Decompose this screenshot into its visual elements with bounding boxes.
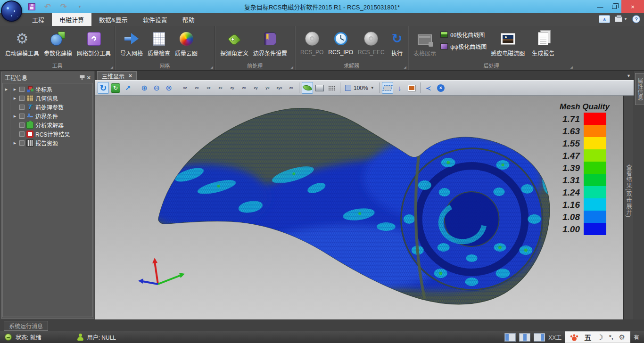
tab-project[interactable]: 工程 (25, 13, 52, 26)
punctuation-icon[interactable]: °, (609, 334, 613, 341)
tree-item-analysis-solver[interactable]: 分析求解器 (3, 121, 92, 130)
expander-icon[interactable]: ▶ (3, 85, 10, 94)
tree-item-preprocess-params[interactable]: T 前处理参数 (3, 103, 92, 112)
zoom-window-button[interactable]: ⊚ (163, 82, 174, 94)
group-expand-icon[interactable]: ◢ (570, 65, 573, 69)
expander-icon[interactable]: ▶ (12, 88, 17, 91)
ime-toolbar[interactable]: 五 ☽ °, ⚙ (565, 331, 630, 343)
app-logo[interactable] (1, 0, 22, 22)
solver-rcs-ipo-button[interactable]: RCS_IPO (326, 29, 355, 57)
pin-icon[interactable] (80, 74, 84, 81)
tree-item-geometry-info[interactable]: ▶ 几何信息 (3, 94, 92, 103)
probe-angle-button[interactable]: 探测角定义 (218, 29, 251, 58)
launch-modeling-tool-button[interactable]: ⚙ 启动建模工具 (3, 29, 41, 58)
import-mesh-button[interactable]: 导入网格 (118, 29, 145, 58)
view-xz2-button[interactable]: xz (203, 82, 214, 93)
system-message-tab[interactable]: 系统运行消息 (4, 321, 48, 331)
tree-item-coordinate-system[interactable]: ▶ ▶ 坐标系 (3, 85, 92, 94)
solver-rcs-eec-button[interactable]: RCS_EEC (355, 29, 387, 57)
layout-left-button[interactable] (504, 333, 516, 342)
minimize-button[interactable]: — (593, 0, 607, 13)
checkbox[interactable] (19, 87, 25, 92)
checkbox[interactable] (19, 131, 25, 137)
restore-button[interactable] (607, 0, 621, 13)
share-button[interactable]: ≺ (423, 82, 434, 94)
close-button[interactable]: × (621, 0, 644, 13)
view-results-strip[interactable]: 查看结果(双击展开) (623, 96, 634, 319)
view-xz-button[interactable]: xz (180, 82, 190, 93)
parametric-modeling-button[interactable]: 参数化建模 (41, 29, 74, 58)
paw-icon[interactable] (570, 334, 578, 341)
group-expand-icon[interactable]: ◢ (211, 65, 213, 69)
checkbox[interactable] (19, 122, 25, 128)
tab-em-computation[interactable]: 电磁计算 (52, 13, 91, 26)
expander-icon[interactable]: ▶ (12, 141, 17, 145)
ime-settings-gear-icon[interactable]: ⚙ (619, 334, 625, 341)
tab-3d-display[interactable]: 三维显示 × (97, 71, 137, 80)
rotate-button[interactable]: ↻ (98, 82, 109, 94)
view-zx4-button[interactable]: zx (286, 82, 297, 93)
ime-mode-label[interactable]: 五 (584, 332, 591, 342)
view-zy2-button[interactable]: zy (250, 82, 261, 93)
table-display-button[interactable]: 表格展示 (411, 29, 438, 58)
solver-rcs-po-button[interactable]: RCS_PO (298, 29, 326, 57)
moon-icon[interactable]: ☽ (597, 334, 603, 341)
quality-cloud-button[interactable]: 质量云图 (173, 29, 200, 58)
property-info-tab[interactable]: 属性信息 (635, 73, 644, 105)
panel-close-icon[interactable]: × (87, 74, 91, 81)
execute-button[interactable]: ↻ 执行 (389, 29, 405, 58)
legend-row: 1.63 (557, 125, 612, 137)
zoom-in-button[interactable]: ⊕ (139, 82, 150, 94)
checkbox[interactable] (19, 96, 25, 101)
checkbox[interactable] (19, 140, 25, 146)
screenshot-button[interactable] (406, 82, 418, 94)
tree-item-report-resources[interactable]: ▶ 报告资源 (3, 139, 92, 147)
mesh-partition-tool-button[interactable]: 网格剖分工具 (74, 29, 113, 58)
menu-bar: 工程 电磁计算 数据&显示 软件设置 帮助 (0, 13, 644, 26)
legend-color-swatch (584, 137, 606, 149)
view-zy-button[interactable]: zy (227, 82, 238, 93)
shaded-view-button[interactable] (302, 82, 313, 94)
checkbox[interactable] (19, 114, 25, 119)
tab-software-settings[interactable]: 软件设置 (135, 13, 175, 26)
psi-polarization-button[interactable]: ψψ极化曲线图 (440, 42, 487, 50)
theta-polarization-button[interactable]: θθ极化曲线图 (440, 31, 487, 39)
fit-view-button[interactable]: ↻ (110, 82, 121, 94)
zoom-level-control[interactable]: 100% ▼ (343, 85, 377, 91)
zoom-out-button[interactable]: ⊖ (151, 82, 162, 94)
tab-close-icon[interactable]: × (129, 73, 132, 79)
help-button[interactable]: ? (632, 15, 640, 23)
group-expand-icon[interactable]: ◢ (291, 65, 293, 69)
view-zx2-button[interactable]: zx (215, 82, 226, 93)
quality-check-button[interactable]: 质量检查 (145, 29, 173, 58)
tab-data-display[interactable]: 数据&显示 (91, 13, 135, 26)
collapse-ribbon-button[interactable]: ∧ (599, 15, 610, 23)
surface-view-button[interactable] (314, 82, 325, 94)
checkbox[interactable] (19, 105, 25, 110)
view-yx-button[interactable]: yx (262, 82, 273, 93)
viewport-3d[interactable]: Mesh Quality 1.71 1.63 1.55 1.47 1.39 1.… (95, 96, 623, 319)
arrow-down-button[interactable]: ↓ (394, 82, 405, 94)
view-zx-button[interactable]: zx (191, 82, 202, 93)
restore-icon (612, 5, 617, 9)
group-expand-icon[interactable]: ◢ (111, 65, 113, 69)
view-iso-button[interactable]: zyx (274, 82, 285, 93)
layout-middle-button[interactable] (519, 333, 530, 342)
group-expand-icon[interactable]: ◢ (404, 65, 406, 69)
select-face-button[interactable] (382, 82, 393, 94)
tab-help[interactable]: 帮助 (175, 13, 202, 26)
clear-button[interactable]: × (435, 82, 446, 94)
boundary-condition-button[interactable]: 边界条件设置 (251, 29, 289, 58)
points-view-button[interactable] (326, 82, 338, 94)
layout-right-button[interactable] (534, 333, 545, 342)
export-button[interactable]: ▼ (615, 16, 627, 22)
tab-list-dropdown-icon[interactable]: ▼ (627, 74, 631, 78)
tree-item-boundary-condition[interactable]: ▶ 边界条件 (3, 112, 92, 121)
expander-icon[interactable]: ▶ (12, 114, 17, 118)
generate-report-button[interactable]: 生成报告 (529, 29, 557, 58)
expander-icon[interactable]: ▶ (12, 97, 17, 100)
tree-item-rcs-results[interactable]: RCS计算结果 (3, 130, 92, 139)
induced-current-map-button[interactable]: 感应电磁流图 (488, 29, 527, 58)
pan-button[interactable]: ↗ (122, 82, 133, 94)
view-zx3-button[interactable]: zx (239, 82, 249, 93)
